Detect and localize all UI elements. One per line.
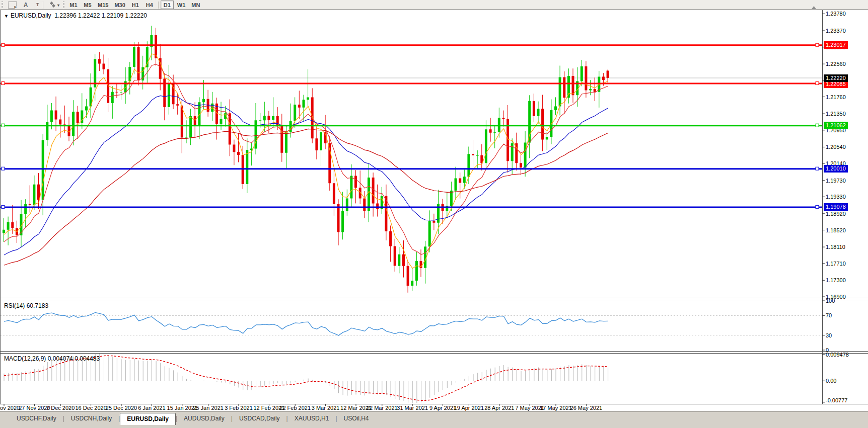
mt4-window: FAT▾M1M5M15M30H1H4D1W1MN ▼EURUSD,Daily 1… — [0, 0, 868, 428]
macd-axis-tick-label: 0.00 — [826, 377, 866, 384]
rsi-axis-tick-label: 30 — [826, 332, 866, 339]
chart-tab-usdchf[interactable]: USDCHF,Daily — [10, 413, 63, 424]
chart-tab-xauusd[interactable]: XAUUSD,H1 — [288, 413, 336, 424]
ohlc-high: 1.22422 — [78, 12, 100, 19]
ohlc-close: 1.22220 — [125, 12, 147, 19]
price-axis-tick-label: 1.18110 — [826, 243, 866, 250]
rsi-axis-tick-label: 70 — [826, 312, 866, 319]
rsi-axis-tick-label: 100 — [826, 297, 866, 304]
date-axis-label: 26 May 2021 — [565, 405, 607, 411]
price-axis-tick-label: 1.20540 — [826, 143, 866, 150]
level-price-label[interactable]: 1.21062 — [824, 122, 848, 129]
chart-tab-usdcad[interactable]: USDCAD,Daily — [233, 413, 286, 424]
candles-layer — [3, 26, 609, 293]
chart-tab-bar: USDCHF,Daily|USDCNH,Daily|EURUSD,Daily|A… — [0, 411, 868, 428]
price-axis-tick-label: 1.18920 — [826, 210, 866, 217]
level-handle-left[interactable] — [2, 82, 5, 85]
level-handle-left[interactable] — [2, 43, 5, 46]
chart-menu-caret-icon[interactable]: ▼ — [4, 14, 9, 19]
rsi-line — [4, 313, 608, 335]
price-axis-tick-label: 1.18520 — [826, 227, 866, 234]
level-price-label[interactable]: 1.23017 — [824, 41, 848, 49]
price-axis-tick-label: 1.21350 — [826, 110, 866, 117]
level-line-1.23017[interactable] — [0, 43, 822, 46]
level-handle-right[interactable] — [816, 124, 819, 127]
macd-axis-tick-label: 0.009478 — [826, 351, 866, 358]
price-axis-tick-label: 1.19330 — [826, 193, 866, 200]
ohlc-low: 1.22109 — [102, 12, 123, 19]
chart-tab-usdcnh[interactable]: USDCNH,Daily — [64, 413, 118, 424]
level-price-label[interactable]: 1.20010 — [824, 165, 848, 173]
macd-signal-line — [4, 356, 608, 400]
price-axis-tick-label: 1.23780 — [826, 10, 866, 17]
chart-symbol-period: EURUSD,Daily — [11, 12, 51, 19]
current-price-label: 1.22220 — [824, 74, 848, 82]
macd-indicator-label: MACD(12,26,9) 0.004074 0.004483 — [4, 355, 100, 362]
level-handle-right[interactable] — [816, 43, 819, 46]
chart-tab-audusd[interactable]: AUDUSD,Daily — [177, 413, 231, 424]
level-line-1.20010[interactable] — [0, 167, 822, 170]
chart-tab-eurusd[interactable]: EURUSD,Daily — [120, 413, 176, 425]
chart-tab-usoil[interactable]: USOil,H4 — [337, 413, 376, 424]
ma-line-26 — [4, 96, 608, 255]
chart-title: ▼EURUSD,Daily 1.22396 1.22422 1.22109 1.… — [4, 12, 147, 19]
price-axis-tick-label: 1.22560 — [826, 60, 866, 67]
level-line-1.21062[interactable] — [0, 124, 822, 127]
price-axis-tick-label: 1.23370 — [826, 27, 866, 34]
level-handle-right[interactable] — [816, 82, 819, 85]
level-handle-left[interactable] — [2, 205, 5, 208]
level-handle-right[interactable] — [816, 167, 819, 170]
level-price-label[interactable]: 1.19078 — [824, 203, 848, 211]
rsi-indicator-label: RSI(14) 60.7183 — [4, 302, 48, 309]
price-axis-tick-label: 1.17710 — [826, 260, 866, 267]
level-handle-left[interactable] — [2, 167, 5, 170]
price-axis-tick-label: 1.21760 — [826, 94, 866, 101]
ohlc-open: 1.22396 — [54, 12, 76, 19]
level-handle-left[interactable] — [2, 124, 5, 127]
level-line-1.22085[interactable] — [0, 82, 822, 85]
price-axis-tick-label: 1.19730 — [826, 177, 866, 184]
level-handle-right[interactable] — [816, 205, 819, 208]
macd-axis-tick-label: -0.00777 — [826, 397, 866, 404]
chart-canvas — [0, 0, 868, 428]
chart-shift-marker-icon[interactable] — [812, 6, 816, 9]
price-axis-tick-label: 1.17300 — [826, 277, 866, 284]
